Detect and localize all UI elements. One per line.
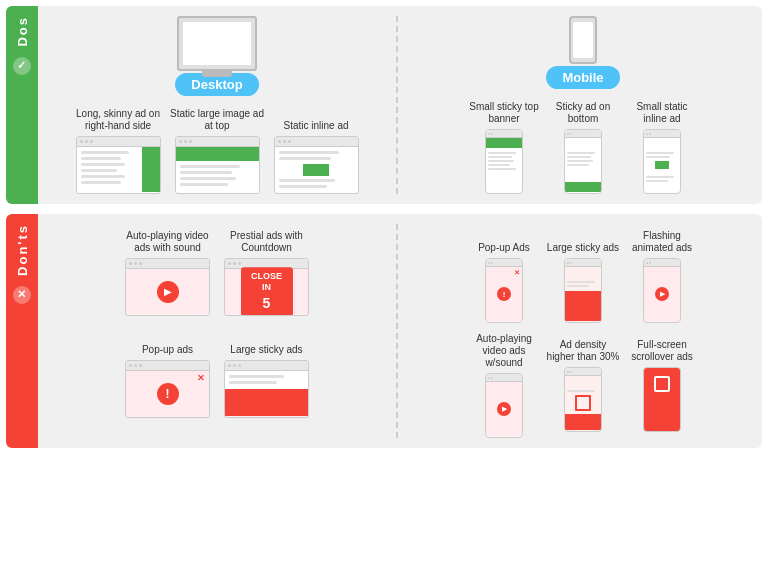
donts-text: Don'ts (15, 224, 30, 276)
close-in-text: CLOSE IN (251, 271, 282, 293)
dos-section: Dos ✓ Desktop Long, skinny ad on right-h… (6, 6, 762, 204)
content-lines-2 (180, 165, 240, 189)
donts-desktop-browser-3: ! ✕ (125, 360, 210, 418)
dos-desktop-label-2: Static large image ad at top (170, 102, 265, 132)
donts-content: Auto-playing video ads with sound ▶ (38, 214, 762, 448)
density-red (565, 414, 601, 430)
browser-content-1 (77, 147, 160, 192)
browser-content: CLOSE IN 5 (225, 269, 308, 314)
dot (228, 364, 231, 367)
line (180, 183, 228, 186)
dot (649, 133, 651, 135)
donts-mobile-rows: Pop-up Ads ! ✕ (412, 224, 754, 438)
donts-mobile-browser-1: ! ✕ (485, 258, 523, 323)
donts-desktop-item-1: Auto-playing video ads with sound ▶ (120, 224, 215, 316)
dot (567, 133, 569, 135)
dot (134, 364, 137, 367)
mobile-screen (573, 22, 593, 58)
donts-desktop-label-2: Prestial ads with Countdown (219, 224, 314, 254)
dos-mobile-browser-2 (564, 129, 602, 194)
dos-desktop-browser-3 (274, 136, 359, 194)
mobile-ad-bottom-2 (565, 182, 601, 192)
dot (567, 371, 569, 373)
dot (283, 140, 286, 143)
dot (570, 262, 572, 264)
browser-content-3 (275, 147, 358, 192)
fullscreen-corner (654, 376, 670, 392)
donts-mobile-item-4: Auto-playing video ads w/sound ▶ (467, 333, 542, 438)
line (567, 164, 589, 166)
content-lines-3 (279, 151, 339, 163)
donts-desktop-row2: Pop-up ads ! (46, 326, 388, 418)
mobile-icon (569, 16, 597, 64)
dot (288, 140, 291, 143)
dos-icon: ✓ (13, 57, 31, 75)
line (180, 165, 240, 168)
dot (570, 133, 572, 135)
dos-mobile-label-2: Sticky ad on bottom (546, 95, 621, 125)
dos-content: Desktop Long, skinny ad on right-hand si… (38, 6, 762, 204)
line (567, 285, 589, 287)
mobile-content: ! ✕ (486, 267, 522, 321)
donts-mobile-item-5: Ad density higher than 30% (546, 333, 621, 438)
line (229, 375, 284, 378)
line (279, 185, 327, 188)
mobile-bar (486, 259, 522, 267)
browser-bar (225, 361, 308, 371)
mob-lines-1 (488, 152, 516, 172)
donts-mobile-label-4: Auto-playing video ads w/sound (467, 333, 542, 369)
donts-mobile-label-2: Large sticky ads (547, 224, 619, 254)
dos-desktop-label-3: Static inline ad (283, 102, 348, 132)
content-lines-3b (279, 179, 335, 191)
mobile-bar-2 (565, 130, 601, 138)
dos-mobile-label-3: Small static inline ad (625, 95, 700, 125)
line (488, 152, 516, 154)
donts-desktop-item-4: Large sticky ads (219, 326, 314, 418)
line (81, 151, 129, 154)
donts-mobile-item-6: Full-screen scrollover ads (625, 333, 700, 438)
donts-desktop-item-2: Prestial ads with Countdown (219, 224, 314, 316)
dot (233, 364, 236, 367)
browser-content: ▶ (126, 269, 209, 314)
dos-mobile-browser-3 (643, 129, 681, 194)
close-x: ✕ (197, 373, 205, 383)
line (488, 156, 512, 158)
line (488, 168, 516, 170)
mobile-bar (644, 259, 680, 267)
browser-bar (126, 259, 209, 269)
mobile-content: ▶ (644, 267, 680, 321)
dot (189, 140, 192, 143)
dot (139, 262, 142, 265)
dot (129, 364, 132, 367)
dos-mobile-col: Mobile Small sticky top banner (404, 16, 754, 194)
density-icon (575, 395, 591, 411)
donts-mobile-item-3: Flashing animated ads ▶ (625, 224, 700, 323)
dot (184, 140, 187, 143)
line (567, 160, 593, 162)
content-lines-1 (81, 151, 129, 187)
donts-desktop-row1: Auto-playing video ads with sound ▶ (46, 224, 388, 316)
dos-mobile-label-1: Small sticky top banner (467, 95, 542, 125)
donts-mobile-col: Pop-up Ads ! ✕ (404, 224, 754, 438)
mob-lines (567, 390, 595, 394)
donts-mobile-browser-2 (564, 258, 602, 323)
donts-desktop-rows: Auto-playing video ads with sound ▶ (46, 224, 388, 418)
line (81, 181, 121, 184)
line (180, 177, 236, 180)
browser-bar-2 (176, 137, 259, 147)
dot (233, 262, 236, 265)
dos-desktop-label-1: Long, skinny ad on right-hand side (71, 102, 166, 132)
dot3 (90, 140, 93, 143)
mobile-bar-3 (644, 130, 680, 138)
mobile-content (565, 267, 601, 321)
dot (646, 133, 648, 135)
line (229, 381, 277, 384)
donts-section: Don'ts ✕ Auto-playing video ads with sou… (6, 214, 762, 448)
ad-right-1 (142, 147, 160, 192)
line (81, 169, 117, 172)
line (279, 151, 339, 154)
mobile-bar (486, 374, 522, 382)
line (646, 152, 674, 154)
mobile-content (565, 376, 601, 430)
dos-desktop-item-2: Static large image ad at top (170, 102, 265, 194)
